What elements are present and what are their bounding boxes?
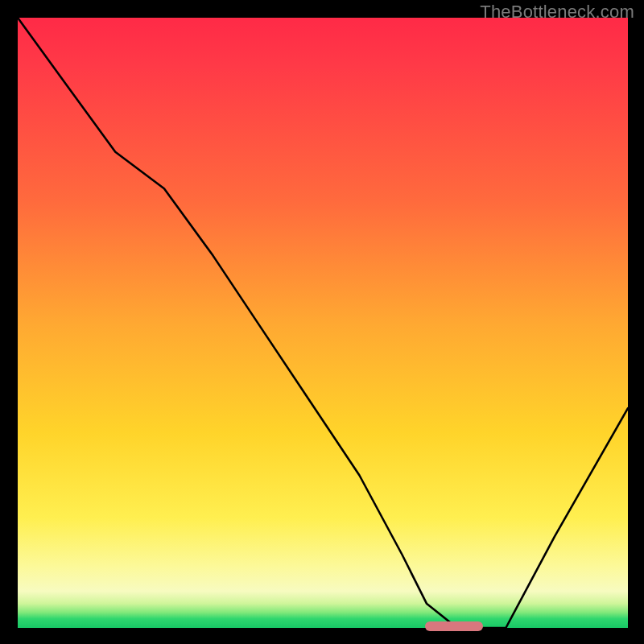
curve-path [18, 18, 628, 628]
bottleneck-curve [18, 18, 628, 628]
watermark-text: TheBottleneck.com [480, 2, 634, 23]
chart-container: TheBottleneck.com [0, 0, 644, 644]
optimal-range-marker [425, 621, 483, 631]
plot-area [18, 18, 628, 628]
